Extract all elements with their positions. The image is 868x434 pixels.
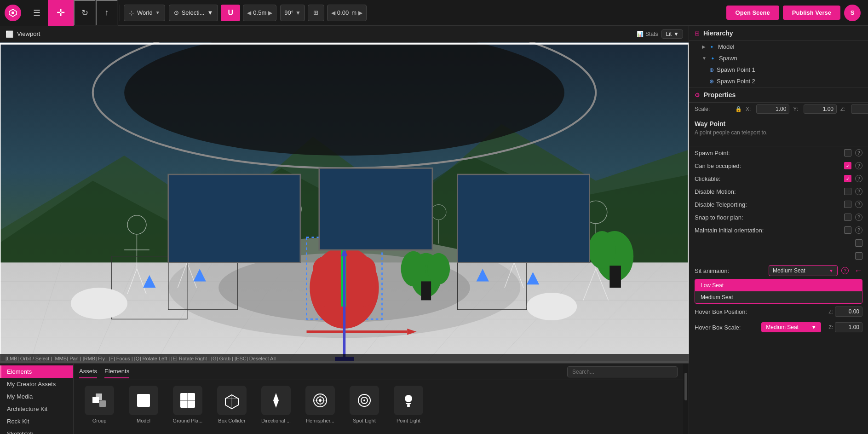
disable-motion-checkbox[interactable]	[844, 188, 851, 195]
u-button[interactable]: U	[221, 5, 240, 21]
snap-left-arrow[interactable]: ◀	[247, 10, 251, 16]
nav-item-my-creator-assets[interactable]: My Creator Assets	[0, 378, 73, 390]
snap-to-floor-help[interactable]: ?	[855, 214, 862, 221]
element-hemisphere[interactable]: Hemispher...	[302, 386, 339, 423]
maintain-orientation-checkbox[interactable]	[844, 226, 851, 234]
rotation-arrow-icon[interactable]: ▼	[295, 10, 301, 16]
clickable-label: Clickable:	[695, 175, 840, 182]
element-model[interactable]: Model	[125, 386, 162, 423]
spawn-point-help[interactable]: ?	[855, 149, 862, 156]
prop-disable-motion: Disable Motion: ?	[689, 185, 868, 198]
waypoint-title: Way Point	[695, 120, 862, 127]
sit-animation-arrow-indicator[interactable]: ←	[854, 266, 862, 276]
snap-value: 0.5m	[253, 9, 266, 16]
hierarchy-item-model[interactable]: ▶ 🔹 Model	[689, 41, 868, 52]
arrow-up-button[interactable]: ↑	[96, 0, 118, 26]
hierarchy-header: ⊞ Hierarchy	[689, 26, 868, 41]
open-scene-button[interactable]: Open Scene	[726, 6, 779, 20]
menu-button[interactable]: ☰	[26, 0, 48, 26]
hover-box-scale-dropdown[interactable]: Medium Seat ▼	[761, 322, 821, 332]
scale-x-input[interactable]	[756, 104, 789, 114]
refresh-button[interactable]: ↻	[74, 0, 96, 26]
hierarchy-item-spawn-point-2[interactable]: ⊕ Spawn Point 2	[689, 75, 868, 87]
svg-rect-76	[168, 174, 300, 262]
hover-scale-z-input[interactable]	[835, 322, 862, 332]
hover-position-z-input[interactable]	[835, 307, 862, 317]
disable-teleporting-help[interactable]: ?	[855, 201, 862, 208]
element-ground-plane[interactable]: Ground Pla...	[169, 386, 206, 423]
extra-checkbox-2[interactable]	[855, 252, 862, 260]
spawn-point-2-label: Spawn Point 2	[717, 78, 755, 85]
element-point-light[interactable]: Point Light	[390, 386, 427, 423]
nav-item-elements[interactable]: Elements	[0, 365, 73, 378]
spawn-point-1-label: Spawn Point 1	[717, 66, 755, 73]
model-chevron: ▶	[702, 44, 706, 49]
dropdown-option-medium-seat[interactable]: Medium Seat	[695, 291, 862, 303]
svg-rect-70	[421, 281, 431, 300]
nav-item-architecture-kit[interactable]: Architecture Kit	[0, 403, 73, 415]
element-spot-light[interactable]: Spot Light	[346, 386, 383, 423]
sit-animation-help[interactable]: ?	[841, 267, 849, 274]
architecture-kit-label: Architecture Kit	[7, 405, 47, 412]
snap-to-floor-checkbox[interactable]	[844, 214, 851, 221]
disable-teleporting-checkbox[interactable]	[844, 201, 851, 208]
element-directional[interactable]: Directional ...	[258, 386, 294, 423]
hierarchy-item-spawn-point-1[interactable]: ⊕ Spawn Point 1	[689, 64, 868, 75]
stats-label: Stats	[645, 31, 658, 37]
viewport-scene[interactable]: [LMB] Orbit / Select | [MMB] Pan | [RMB]…	[0, 42, 689, 363]
can-be-occupied-help[interactable]: ?	[855, 162, 862, 169]
disable-motion-help[interactable]: ?	[855, 188, 862, 195]
scale-z-input[interactable]	[851, 104, 868, 114]
svg-rect-82	[99, 400, 106, 407]
bottom-combined: Elements My Creator Assets My Media Arch…	[0, 363, 689, 434]
nav-item-my-media[interactable]: My Media	[0, 390, 73, 403]
svg-rect-83	[137, 394, 150, 407]
pos-right-arrow[interactable]: ▶	[358, 10, 362, 16]
selection-dropdown[interactable]: ⊙ Selecti... ▼	[169, 5, 218, 21]
avatar[interactable]: S	[844, 5, 861, 21]
svg-rect-99	[407, 405, 410, 407]
spawn-point-1-icon: ⊕	[709, 67, 714, 73]
snap-right-arrow[interactable]: ▶	[268, 10, 272, 16]
sit-animation-dropdown[interactable]: Medium Seat ▼	[769, 265, 838, 276]
hover-box-scale-inputs: Z:	[828, 322, 862, 332]
hierarchy-title: Hierarchy	[703, 29, 733, 37]
nav-item-rock-kit[interactable]: Rock Kit	[0, 415, 73, 428]
bottom-scroll-thumb	[684, 373, 687, 400]
clickable-help[interactable]: ?	[855, 175, 862, 182]
maintain-orientation-help[interactable]: ?	[855, 226, 862, 234]
ground-plane-label: Ground Pla...	[173, 418, 203, 423]
clickable-checkbox[interactable]	[844, 175, 851, 182]
grid-button[interactable]: ⊞	[308, 5, 324, 21]
low-seat-label: Low Seat	[701, 282, 724, 289]
lit-dropdown[interactable]: Lit ▼	[661, 29, 683, 39]
scale-y-input[interactable]	[804, 104, 837, 114]
dropdown-option-low-seat[interactable]: Low Seat	[695, 279, 862, 291]
hierarchy-item-spawn[interactable]: ▼ 🔹 Spawn	[689, 52, 868, 64]
svg-rect-77	[319, 168, 432, 250]
search-input[interactable]	[567, 366, 678, 377]
can-be-occupied-checkbox[interactable]	[844, 162, 851, 169]
hover-position-z-label: Z:	[828, 309, 833, 314]
extra-checkbox-1[interactable]	[855, 239, 862, 247]
selection-arrow-icon: ▼	[207, 9, 213, 16]
tab-assets[interactable]: Assets	[79, 365, 97, 378]
z-label: Z:	[840, 106, 845, 112]
snap-to-floor-label: Snap to floor plan:	[695, 214, 840, 221]
add-button[interactable]: ✛	[48, 0, 74, 26]
directional-label: Directional ...	[261, 418, 291, 423]
element-group[interactable]: Group	[81, 386, 118, 423]
element-box-collider[interactable]: Box Collider	[213, 386, 250, 423]
rotation-control: 90° ▼	[280, 5, 305, 21]
stats-button[interactable]: 📊 Stats	[637, 31, 658, 37]
can-be-occupied-label: Can be occupied:	[695, 162, 840, 169]
publish-button[interactable]: Publish Verse	[783, 6, 840, 20]
point-light-icon	[394, 386, 423, 415]
transform-mode-dropdown[interactable]: ⊹ World ▼	[124, 5, 165, 21]
svg-point-74	[71, 288, 127, 319]
sit-animation-row: Sit animaion: Medium Seat ▼ ? ←	[689, 262, 868, 279]
spawn-point-checkbox[interactable]	[844, 149, 851, 156]
tab-elements[interactable]: Elements	[104, 365, 129, 378]
pos-left-arrow[interactable]: ◀	[331, 10, 335, 16]
nav-item-sketchfab[interactable]: Sketchfab	[0, 428, 73, 434]
